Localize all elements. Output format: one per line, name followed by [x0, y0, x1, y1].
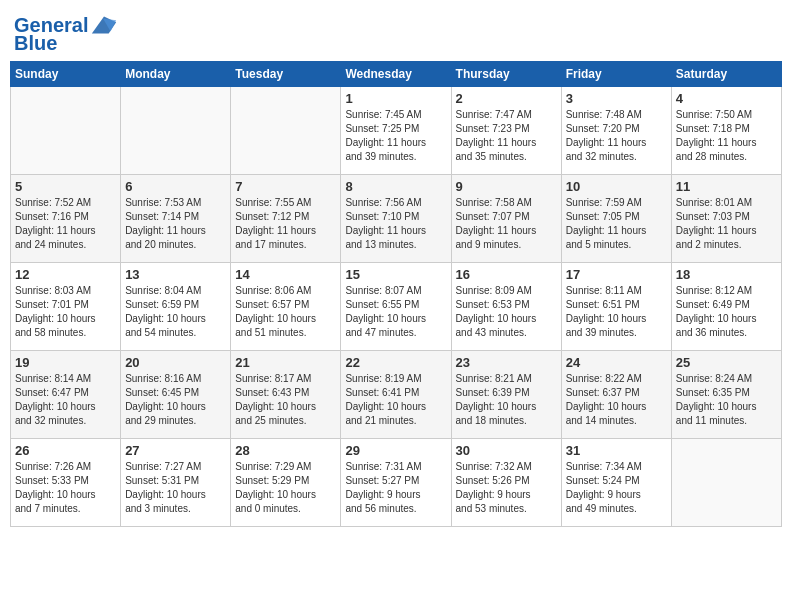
logo-icon [90, 14, 118, 36]
day-info: Sunrise: 8:17 AM Sunset: 6:43 PM Dayligh… [235, 372, 336, 428]
day-number: 13 [125, 267, 226, 282]
calendar-week-row: 5Sunrise: 7:52 AM Sunset: 7:16 PM Daylig… [11, 175, 782, 263]
day-info: Sunrise: 7:56 AM Sunset: 7:10 PM Dayligh… [345, 196, 446, 252]
calendar-cell: 21Sunrise: 8:17 AM Sunset: 6:43 PM Dayli… [231, 351, 341, 439]
day-info: Sunrise: 7:26 AM Sunset: 5:33 PM Dayligh… [15, 460, 116, 516]
calendar-cell: 2Sunrise: 7:47 AM Sunset: 7:23 PM Daylig… [451, 87, 561, 175]
day-of-week-header: Wednesday [341, 62, 451, 87]
day-number: 11 [676, 179, 777, 194]
calendar-cell: 20Sunrise: 8:16 AM Sunset: 6:45 PM Dayli… [121, 351, 231, 439]
logo: General Blue [14, 14, 118, 55]
day-number: 21 [235, 355, 336, 370]
calendar-cell [11, 87, 121, 175]
day-of-week-header: Friday [561, 62, 671, 87]
day-number: 10 [566, 179, 667, 194]
day-of-week-header: Thursday [451, 62, 561, 87]
day-of-week-header: Sunday [11, 62, 121, 87]
calendar-cell: 1Sunrise: 7:45 AM Sunset: 7:25 PM Daylig… [341, 87, 451, 175]
day-info: Sunrise: 7:27 AM Sunset: 5:31 PM Dayligh… [125, 460, 226, 516]
day-number: 7 [235, 179, 336, 194]
day-number: 12 [15, 267, 116, 282]
calendar-cell: 12Sunrise: 8:03 AM Sunset: 7:01 PM Dayli… [11, 263, 121, 351]
day-number: 23 [456, 355, 557, 370]
day-number: 15 [345, 267, 446, 282]
day-number: 28 [235, 443, 336, 458]
day-info: Sunrise: 8:19 AM Sunset: 6:41 PM Dayligh… [345, 372, 446, 428]
day-info: Sunrise: 7:58 AM Sunset: 7:07 PM Dayligh… [456, 196, 557, 252]
day-number: 16 [456, 267, 557, 282]
day-info: Sunrise: 8:16 AM Sunset: 6:45 PM Dayligh… [125, 372, 226, 428]
calendar-table: SundayMondayTuesdayWednesdayThursdayFrid… [10, 61, 782, 527]
calendar-cell: 22Sunrise: 8:19 AM Sunset: 6:41 PM Dayli… [341, 351, 451, 439]
day-info: Sunrise: 7:47 AM Sunset: 7:23 PM Dayligh… [456, 108, 557, 164]
day-info: Sunrise: 7:31 AM Sunset: 5:27 PM Dayligh… [345, 460, 446, 516]
day-number: 5 [15, 179, 116, 194]
calendar-week-row: 1Sunrise: 7:45 AM Sunset: 7:25 PM Daylig… [11, 87, 782, 175]
day-info: Sunrise: 8:06 AM Sunset: 6:57 PM Dayligh… [235, 284, 336, 340]
calendar-cell: 10Sunrise: 7:59 AM Sunset: 7:05 PM Dayli… [561, 175, 671, 263]
day-info: Sunrise: 7:55 AM Sunset: 7:12 PM Dayligh… [235, 196, 336, 252]
day-number: 24 [566, 355, 667, 370]
day-number: 6 [125, 179, 226, 194]
day-info: Sunrise: 7:29 AM Sunset: 5:29 PM Dayligh… [235, 460, 336, 516]
day-number: 4 [676, 91, 777, 106]
day-number: 29 [345, 443, 446, 458]
calendar-cell: 15Sunrise: 8:07 AM Sunset: 6:55 PM Dayli… [341, 263, 451, 351]
calendar-cell [121, 87, 231, 175]
calendar-cell: 19Sunrise: 8:14 AM Sunset: 6:47 PM Dayli… [11, 351, 121, 439]
day-number: 22 [345, 355, 446, 370]
day-number: 8 [345, 179, 446, 194]
calendar-week-row: 12Sunrise: 8:03 AM Sunset: 7:01 PM Dayli… [11, 263, 782, 351]
calendar-cell: 7Sunrise: 7:55 AM Sunset: 7:12 PM Daylig… [231, 175, 341, 263]
day-info: Sunrise: 8:21 AM Sunset: 6:39 PM Dayligh… [456, 372, 557, 428]
calendar-cell [231, 87, 341, 175]
calendar-cell [671, 439, 781, 527]
day-number: 31 [566, 443, 667, 458]
day-number: 26 [15, 443, 116, 458]
calendar-cell: 4Sunrise: 7:50 AM Sunset: 7:18 PM Daylig… [671, 87, 781, 175]
day-number: 27 [125, 443, 226, 458]
calendar-cell: 30Sunrise: 7:32 AM Sunset: 5:26 PM Dayli… [451, 439, 561, 527]
day-info: Sunrise: 7:59 AM Sunset: 7:05 PM Dayligh… [566, 196, 667, 252]
calendar-cell: 6Sunrise: 7:53 AM Sunset: 7:14 PM Daylig… [121, 175, 231, 263]
day-number: 18 [676, 267, 777, 282]
day-number: 19 [15, 355, 116, 370]
calendar-cell: 17Sunrise: 8:11 AM Sunset: 6:51 PM Dayli… [561, 263, 671, 351]
calendar-cell: 5Sunrise: 7:52 AM Sunset: 7:16 PM Daylig… [11, 175, 121, 263]
day-number: 25 [676, 355, 777, 370]
day-of-week-header: Saturday [671, 62, 781, 87]
day-number: 14 [235, 267, 336, 282]
page-header: General Blue [10, 10, 782, 55]
calendar-cell: 9Sunrise: 7:58 AM Sunset: 7:07 PM Daylig… [451, 175, 561, 263]
day-info: Sunrise: 8:01 AM Sunset: 7:03 PM Dayligh… [676, 196, 777, 252]
day-number: 9 [456, 179, 557, 194]
calendar-cell: 11Sunrise: 8:01 AM Sunset: 7:03 PM Dayli… [671, 175, 781, 263]
day-of-week-header: Tuesday [231, 62, 341, 87]
day-info: Sunrise: 7:45 AM Sunset: 7:25 PM Dayligh… [345, 108, 446, 164]
day-info: Sunrise: 8:12 AM Sunset: 6:49 PM Dayligh… [676, 284, 777, 340]
day-info: Sunrise: 7:50 AM Sunset: 7:18 PM Dayligh… [676, 108, 777, 164]
calendar-cell: 26Sunrise: 7:26 AM Sunset: 5:33 PM Dayli… [11, 439, 121, 527]
calendar-cell: 31Sunrise: 7:34 AM Sunset: 5:24 PM Dayli… [561, 439, 671, 527]
day-number: 1 [345, 91, 446, 106]
day-info: Sunrise: 8:14 AM Sunset: 6:47 PM Dayligh… [15, 372, 116, 428]
calendar-cell: 29Sunrise: 7:31 AM Sunset: 5:27 PM Dayli… [341, 439, 451, 527]
day-info: Sunrise: 7:48 AM Sunset: 7:20 PM Dayligh… [566, 108, 667, 164]
calendar-cell: 16Sunrise: 8:09 AM Sunset: 6:53 PM Dayli… [451, 263, 561, 351]
day-number: 2 [456, 91, 557, 106]
day-info: Sunrise: 7:52 AM Sunset: 7:16 PM Dayligh… [15, 196, 116, 252]
calendar-cell: 23Sunrise: 8:21 AM Sunset: 6:39 PM Dayli… [451, 351, 561, 439]
day-number: 3 [566, 91, 667, 106]
day-info: Sunrise: 7:32 AM Sunset: 5:26 PM Dayligh… [456, 460, 557, 516]
day-info: Sunrise: 7:34 AM Sunset: 5:24 PM Dayligh… [566, 460, 667, 516]
calendar-cell: 25Sunrise: 8:24 AM Sunset: 6:35 PM Dayli… [671, 351, 781, 439]
calendar-cell: 18Sunrise: 8:12 AM Sunset: 6:49 PM Dayli… [671, 263, 781, 351]
calendar-cell: 28Sunrise: 7:29 AM Sunset: 5:29 PM Dayli… [231, 439, 341, 527]
calendar-cell: 24Sunrise: 8:22 AM Sunset: 6:37 PM Dayli… [561, 351, 671, 439]
day-of-week-header: Monday [121, 62, 231, 87]
calendar-cell: 27Sunrise: 7:27 AM Sunset: 5:31 PM Dayli… [121, 439, 231, 527]
day-info: Sunrise: 8:11 AM Sunset: 6:51 PM Dayligh… [566, 284, 667, 340]
calendar-header-row: SundayMondayTuesdayWednesdayThursdayFrid… [11, 62, 782, 87]
calendar-cell: 13Sunrise: 8:04 AM Sunset: 6:59 PM Dayli… [121, 263, 231, 351]
calendar-week-row: 26Sunrise: 7:26 AM Sunset: 5:33 PM Dayli… [11, 439, 782, 527]
